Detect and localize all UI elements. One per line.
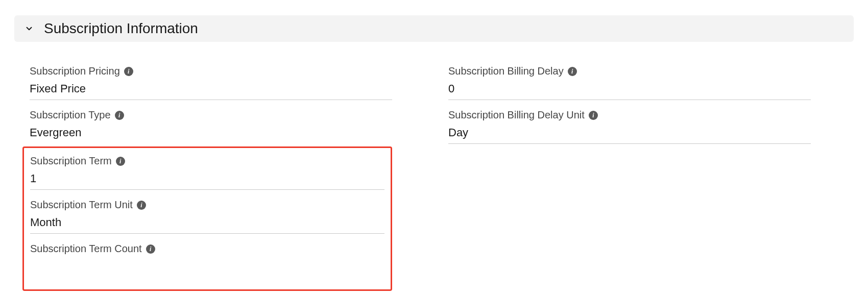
field-subscription-term-unit: Subscription Term Unit i Month <box>30 190 384 234</box>
field-value: Evergreen <box>30 126 392 140</box>
field-value: Fixed Price <box>30 82 392 96</box>
left-column: Subscription Pricing i Fixed Price Subsc… <box>30 56 392 291</box>
info-icon[interactable]: i <box>116 157 125 166</box>
section-header[interactable]: Subscription Information <box>14 15 854 42</box>
field-label: Subscription Term i <box>30 155 384 167</box>
info-icon[interactable]: i <box>115 111 124 120</box>
right-column: Subscription Billing Delay i 0 Subscript… <box>448 56 811 144</box>
fields-container: Subscription Pricing i Fixed Price Subsc… <box>14 56 854 291</box>
info-icon[interactable]: i <box>589 111 598 120</box>
info-icon[interactable]: i <box>568 67 577 76</box>
info-icon[interactable]: i <box>146 244 155 254</box>
label-text: Subscription Term <box>30 155 112 167</box>
label-text: Subscription Term Unit <box>30 199 133 211</box>
label-text: Subscription Billing Delay <box>448 65 564 77</box>
label-text: Subscription Billing Delay Unit <box>448 109 585 121</box>
label-text: Subscription Type <box>30 109 111 121</box>
field-label: Subscription Term Unit i <box>30 199 384 211</box>
field-subscription-type: Subscription Type i Evergreen <box>30 100 392 143</box>
section-title: Subscription Information <box>44 20 198 37</box>
highlight-box: Subscription Term i 1 Subscription Term … <box>22 146 392 291</box>
field-subscription-term: Subscription Term i 1 <box>30 148 384 190</box>
field-value <box>30 260 384 274</box>
field-subscription-term-count: Subscription Term Count i <box>30 234 384 277</box>
field-label: Subscription Billing Delay i <box>448 65 811 77</box>
field-subscription-billing-delay: Subscription Billing Delay i 0 <box>448 56 811 100</box>
field-subscription-billing-delay-unit: Subscription Billing Delay Unit i Day <box>448 100 811 144</box>
field-label: Subscription Term Count i <box>30 243 384 255</box>
field-value: 0 <box>448 82 811 96</box>
chevron-down-icon <box>23 23 35 34</box>
field-value: Day <box>448 126 811 140</box>
field-value: Month <box>30 216 384 230</box>
field-label: Subscription Pricing i <box>30 65 392 77</box>
field-subscription-pricing: Subscription Pricing i Fixed Price <box>30 56 392 100</box>
field-value: 1 <box>30 172 384 186</box>
label-text: Subscription Pricing <box>30 65 120 77</box>
label-text: Subscription Term Count <box>30 243 142 255</box>
field-label: Subscription Billing Delay Unit i <box>448 109 811 121</box>
info-icon[interactable]: i <box>137 201 146 210</box>
field-label: Subscription Type i <box>30 109 392 121</box>
info-icon[interactable]: i <box>124 67 133 76</box>
